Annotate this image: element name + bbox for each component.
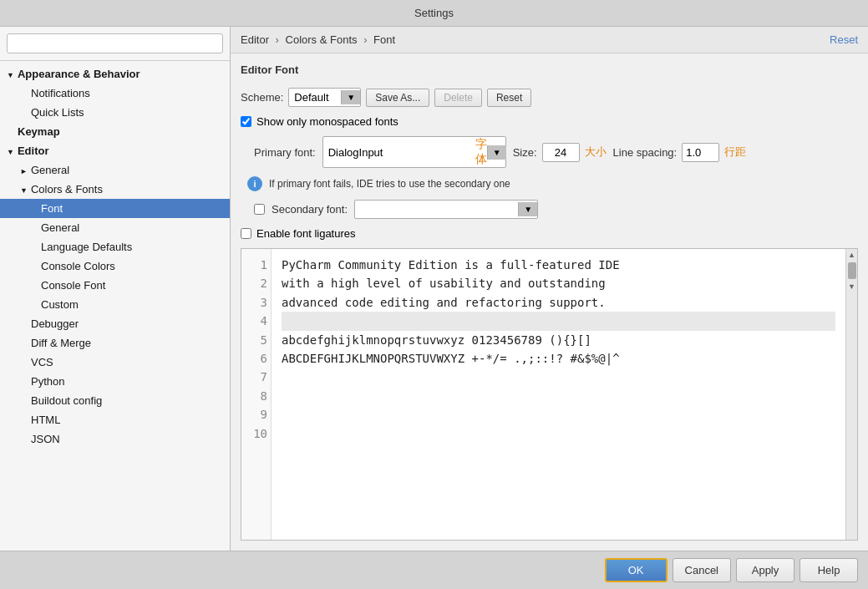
code-line-2: with a high level of usability and outst…	[282, 274, 835, 292]
sidebar-item-console-font[interactable]: Console Font	[0, 276, 230, 295]
breadcrumb-editor: Editor	[241, 33, 269, 46]
primary-font-select-box[interactable]: 字体 ▼	[322, 136, 506, 168]
code-line-1: PyCharm Community Edition is a full-feat…	[282, 256, 835, 274]
sidebar-item-label-json: JSON	[31, 433, 60, 445]
sidebar-item-label-general: General	[31, 164, 69, 176]
search-box[interactable]	[0, 27, 230, 61]
sidebar: ▼Appearance & BehaviorNotificationsQuick…	[0, 27, 231, 551]
line-number-3: 3	[245, 293, 267, 312]
scheme-select-arrow[interactable]: ▼	[341, 90, 360, 104]
delete-button[interactable]: Delete	[434, 89, 482, 107]
enable-ligatures-row: Enable font ligatures	[241, 227, 858, 240]
reset-button[interactable]: Reset	[487, 89, 531, 107]
primary-font-row: Primary font: 字体 ▼ Size: 大小 Line spacing…	[241, 136, 858, 168]
sidebar-item-python[interactable]: Python	[0, 372, 230, 391]
scheme-select[interactable]: Default Darcula Monokai	[289, 89, 341, 106]
line-number-2: 2	[245, 274, 267, 292]
window-title: Settings	[414, 7, 454, 19]
info-icon: i	[247, 176, 262, 191]
secondary-font-checkbox[interactable]	[254, 204, 265, 215]
content-header: Editor › Colors & Fonts › Font Reset	[231, 27, 868, 53]
main-container: ▼Appearance & BehaviorNotificationsQuick…	[0, 27, 868, 551]
sidebar-item-debugger[interactable]: Debugger	[0, 314, 230, 333]
code-preview: PyCharm Community Edition is a full-feat…	[272, 249, 845, 540]
line-number-1: 1	[245, 256, 267, 274]
line-number-10: 10	[245, 424, 267, 443]
preview-scrollbar[interactable]: ▲ ▼	[845, 249, 857, 540]
size-label: Size:	[513, 146, 537, 159]
sidebar-item-general[interactable]: ►General	[0, 160, 230, 180]
sidebar-item-label-vcs: VCS	[31, 356, 53, 368]
cancel-button[interactable]: Cancel	[673, 558, 731, 582]
sidebar-item-keymap[interactable]: Keymap	[0, 122, 230, 141]
sidebar-item-general2[interactable]: General	[0, 218, 230, 237]
secondary-font-label[interactable]: Secondary font:	[272, 203, 348, 216]
sidebar-item-console-colors[interactable]: Console Colors	[0, 256, 230, 276]
scroll-top-arrow[interactable]: ▲	[846, 249, 857, 261]
secondary-font-dropdown-btn[interactable]: ▼	[518, 202, 537, 216]
code-line-9	[282, 405, 835, 424]
sidebar-item-buildout[interactable]: Buildout config	[0, 391, 230, 410]
show-monospaced-label[interactable]: Show only monospaced fonts	[256, 115, 398, 128]
preview-area: 12345678910 PyCharm Community Edition is…	[241, 248, 858, 541]
sidebar-item-appearance[interactable]: ▼Appearance & Behavior	[0, 64, 230, 84]
show-monospaced-checkbox[interactable]	[241, 116, 251, 127]
secondary-font-input[interactable]	[355, 201, 518, 218]
scrollbar-thumb[interactable]	[848, 262, 856, 279]
sidebar-item-label-general2: General	[41, 221, 79, 234]
code-line-7	[282, 368, 835, 386]
line-number-8: 8	[245, 387, 267, 405]
secondary-font-select-box[interactable]: ▼	[354, 200, 538, 219]
title-bar: Settings	[0, 0, 868, 27]
sidebar-item-label-debugger: Debugger	[31, 317, 79, 330]
code-line-4	[282, 312, 835, 330]
sidebar-item-notifications[interactable]: Notifications	[0, 84, 230, 103]
breadcrumb: Editor › Colors & Fonts › Font	[241, 33, 395, 46]
line-spacing-input[interactable]	[682, 143, 719, 162]
sidebar-item-vcs[interactable]: VCS	[0, 353, 230, 372]
content-area: Editor › Colors & Fonts › Font Reset Edi…	[231, 27, 868, 551]
sidebar-item-json[interactable]: JSON	[0, 429, 230, 449]
primary-font-input[interactable]	[323, 144, 474, 161]
breadcrumb-font: Font	[373, 33, 395, 46]
sidebar-item-lang-defaults[interactable]: Language Defaults	[0, 237, 230, 256]
bottom-bar: OK Cancel Apply Help	[0, 551, 868, 589]
sidebar-item-label-diff-merge: Diff & Merge	[31, 337, 91, 349]
sidebar-item-diff-merge[interactable]: Diff & Merge	[0, 333, 230, 353]
apply-button[interactable]: Apply	[736, 558, 794, 582]
save-as-button[interactable]: Save As...	[366, 89, 429, 107]
primary-font-chinese: 字体	[475, 137, 487, 167]
sidebar-item-label-quick-lists: Quick Lists	[31, 106, 84, 119]
line-spacing-hint: 行距	[724, 145, 746, 160]
breadcrumb-colors-fonts: Colors & Fonts	[286, 33, 358, 46]
sidebar-item-label-custom: Custom	[41, 298, 79, 311]
sidebar-item-custom[interactable]: Custom	[0, 295, 230, 314]
sidebar-item-label-notifications: Notifications	[31, 87, 90, 99]
sidebar-item-html[interactable]: HTML	[0, 410, 230, 429]
ok-button[interactable]: OK	[605, 558, 667, 582]
line-number-7: 7	[245, 368, 267, 386]
breadcrumb-sep2: ›	[363, 33, 370, 46]
line-numbers: 12345678910	[241, 249, 272, 540]
scheme-select-container[interactable]: Default Darcula Monokai ▼	[288, 88, 361, 107]
sidebar-item-quick-lists[interactable]: Quick Lists	[0, 103, 230, 122]
primary-font-dropdown-btn[interactable]: ▼	[487, 145, 506, 160]
line-spacing-row: Line spacing: 行距	[613, 143, 747, 162]
scheme-row: Scheme: Default Darcula Monokai ▼ Save A…	[241, 88, 858, 107]
sidebar-item-font[interactable]: Font	[0, 199, 230, 218]
size-input[interactable]	[542, 143, 580, 162]
code-line-5: abcdefghijklmnopqrstuvwxyz 0123456789 ()…	[282, 331, 835, 349]
scroll-bottom-arrow[interactable]: ▼	[846, 281, 857, 292]
search-input[interactable]	[7, 33, 223, 53]
help-button[interactable]: Help	[799, 558, 858, 582]
line-number-4: 4	[245, 312, 267, 330]
sidebar-item-colors-fonts[interactable]: ▼Colors & Fonts	[0, 180, 230, 199]
scheme-label: Scheme:	[241, 91, 283, 104]
enable-ligatures-checkbox[interactable]	[241, 228, 251, 239]
enable-ligatures-label[interactable]: Enable font ligatures	[256, 227, 356, 240]
sidebar-item-editor[interactable]: ▼Editor	[0, 141, 230, 160]
header-reset-button[interactable]: Reset	[830, 33, 858, 46]
editor-font-section-title: Editor Font	[241, 63, 858, 76]
size-hint: 大小	[585, 145, 607, 160]
line-number-9: 9	[245, 405, 267, 424]
